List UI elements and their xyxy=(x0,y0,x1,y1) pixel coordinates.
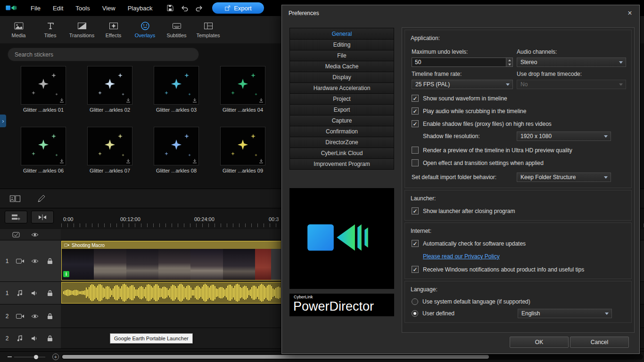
radio-user-defined[interactable] xyxy=(412,310,418,317)
sticker-item[interactable]: Glitter ...arkles 02 xyxy=(87,66,132,113)
download-icon[interactable] xyxy=(59,98,64,103)
nav-export[interactable]: Export xyxy=(289,104,394,115)
radio-system-language[interactable] xyxy=(412,298,418,305)
sticker-item[interactable]: Glitter ...arkles 09 xyxy=(220,127,265,173)
download-icon[interactable] xyxy=(126,159,131,164)
nav-file[interactable]: File xyxy=(289,50,394,61)
storyboard-view-icon[interactable] xyxy=(9,194,21,203)
track-manager-button[interactable] xyxy=(5,211,27,223)
tab-transitions[interactable]: Transitions xyxy=(66,21,98,38)
nav-confirmation[interactable]: Confirmation xyxy=(289,126,394,137)
max-undo-input[interactable] xyxy=(412,58,513,67)
tab-subtitles[interactable]: Subtitles xyxy=(161,21,192,38)
tab-media[interactable]: Media xyxy=(3,21,34,38)
nav-hardware-acceleration[interactable]: Hardware Acceleration xyxy=(289,82,394,94)
checkbox-shadow-files[interactable]: ✓ xyxy=(412,120,419,127)
shadow-resolution-dropdown[interactable]: 1920 x 1080 xyxy=(517,132,611,141)
sticker-thumbnail[interactable] xyxy=(154,66,199,105)
split-clip-button[interactable] xyxy=(31,211,54,223)
cancel-button[interactable]: Cancel xyxy=(570,337,629,348)
nav-cyberlink-cloud[interactable]: CyberLink Cloud xyxy=(289,148,394,159)
checkbox-waveform[interactable]: ✓ xyxy=(412,95,419,102)
sticker-thumbnail[interactable] xyxy=(220,127,265,165)
nav-directorzone[interactable]: DirectorZone xyxy=(289,137,394,148)
checkbox-uhd-preview[interactable] xyxy=(412,147,419,154)
checkbox-shadow-files-label: Enable shadow files (proxy files) on hig… xyxy=(423,121,552,127)
sticker-thumbnail[interactable] xyxy=(87,127,132,165)
zoom-out-icon[interactable] xyxy=(8,356,12,357)
lock-icon[interactable] xyxy=(47,313,53,320)
framerate-dropdown[interactable]: 25 FPS (PAL) xyxy=(412,80,513,89)
language-dropdown[interactable]: English xyxy=(518,309,612,318)
checkbox-open-effect-settings[interactable] xyxy=(412,159,419,166)
sticker-thumbnail[interactable] xyxy=(220,66,265,105)
checkbox-windows-notifications[interactable]: ✓ xyxy=(412,266,419,273)
spinner-down-icon[interactable] xyxy=(506,62,512,66)
close-icon[interactable]: × xyxy=(625,8,635,18)
checkbox-check-updates[interactable]: ✓ xyxy=(412,240,419,247)
nav-editing[interactable]: Editing xyxy=(289,39,394,50)
tab-overlays[interactable]: Overlays xyxy=(129,21,161,38)
import-folder-dropdown[interactable]: Keep Folder Structure xyxy=(517,173,611,182)
eye-icon[interactable] xyxy=(31,314,39,319)
nav-general[interactable]: General xyxy=(289,28,394,40)
menu-view[interactable]: View xyxy=(96,0,122,16)
download-icon[interactable] xyxy=(59,159,64,164)
zoom-slider-knob[interactable] xyxy=(34,355,38,359)
privacy-policy-link[interactable]: Please read our Privacy Policy xyxy=(423,253,500,260)
download-icon[interactable] xyxy=(192,98,197,103)
lock-icon[interactable] xyxy=(47,335,53,342)
nav-improvement-program[interactable]: Improvement Program xyxy=(289,158,394,170)
sticker-thumbnail[interactable] xyxy=(21,66,66,105)
sticker-item[interactable]: Glitter ...arkles 07 xyxy=(87,127,132,173)
sticker-thumbnail[interactable] xyxy=(154,127,199,165)
nav-media-cache[interactable]: Media Cache xyxy=(289,61,394,72)
audio-clip[interactable] xyxy=(61,282,283,304)
search-input[interactable] xyxy=(8,48,199,61)
nav-project[interactable]: Project xyxy=(289,93,394,105)
eye-icon[interactable] xyxy=(31,232,39,237)
download-icon[interactable] xyxy=(192,159,197,164)
menu-playback[interactable]: Playback xyxy=(122,0,159,16)
checkbox-show-launcher[interactable]: ✓ xyxy=(412,207,419,214)
sticker-thumbnail[interactable] xyxy=(21,127,66,165)
video-clip[interactable]: Shooting Macro i xyxy=(61,241,283,280)
zoom-in-icon[interactable]: + xyxy=(52,354,59,360)
sticker-thumbnail[interactable] xyxy=(87,66,132,105)
download-icon[interactable] xyxy=(259,159,264,164)
tab-titles[interactable]: Titles xyxy=(34,21,66,38)
menu-file[interactable]: File xyxy=(25,0,47,16)
pen-tool-icon[interactable] xyxy=(37,194,46,203)
timeline-scrollbar[interactable] xyxy=(61,354,643,360)
lock-icon[interactable] xyxy=(47,258,53,264)
export-button[interactable]: Export xyxy=(212,2,264,14)
download-icon[interactable] xyxy=(126,98,131,103)
eye-icon[interactable] xyxy=(31,259,39,263)
ok-button[interactable]: OK xyxy=(510,337,569,348)
save-icon[interactable] xyxy=(167,5,173,11)
sticker-item[interactable]: Glitter ...arkles 04 xyxy=(220,66,265,113)
zoom-slider[interactable] xyxy=(14,357,45,357)
scrollbar-thumb[interactable] xyxy=(62,355,489,359)
sticker-item[interactable]: Glitter ...arkles 01 xyxy=(21,66,66,113)
tab-templates[interactable]: Templates xyxy=(192,21,224,38)
menu-edit[interactable]: Edit xyxy=(47,0,69,16)
speaker-icon[interactable] xyxy=(31,336,38,341)
sticker-item[interactable]: Glitter ...arkles 03 xyxy=(154,66,199,113)
menu-tools[interactable]: Tools xyxy=(69,0,96,16)
nav-display[interactable]: Display xyxy=(289,72,394,83)
panel-expand-handle[interactable]: › xyxy=(0,115,6,127)
spinner-up-icon[interactable] xyxy=(506,58,512,62)
audio-channels-dropdown[interactable]: Stereo xyxy=(517,58,626,67)
lock-icon[interactable] xyxy=(47,290,53,296)
sticker-item[interactable]: Glitter ...arkles 06 xyxy=(21,127,66,173)
redo-icon[interactable] xyxy=(196,5,203,11)
tab-effects[interactable]: Effects xyxy=(98,21,129,38)
sticker-item[interactable]: Glitter ...arkles 08 xyxy=(154,127,199,173)
checkbox-scrub-audio[interactable]: ✓ xyxy=(412,107,419,115)
speaker-icon[interactable] xyxy=(31,290,38,296)
download-icon[interactable] xyxy=(259,98,264,103)
select-tracks-icon[interactable] xyxy=(12,232,20,238)
undo-icon[interactable] xyxy=(181,5,188,11)
nav-capture[interactable]: Capture xyxy=(289,115,394,126)
